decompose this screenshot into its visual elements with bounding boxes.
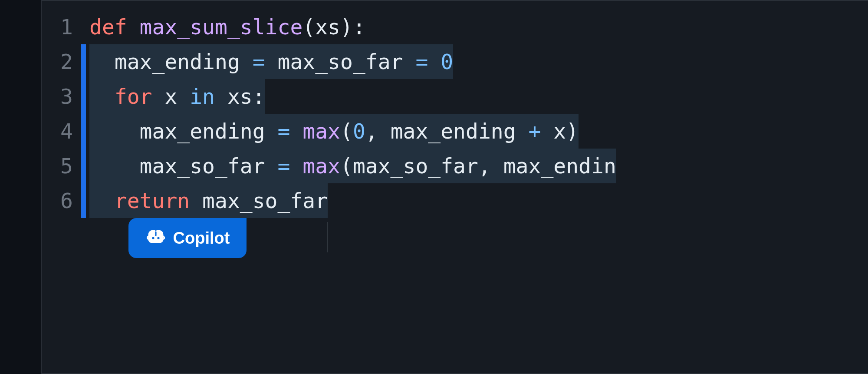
identifier: max_so_far [353, 154, 478, 178]
function-name: max_sum_slice [140, 15, 303, 39]
keyword-def: def [89, 15, 127, 39]
parameter: xs [315, 15, 340, 39]
keyword-for: for [115, 84, 152, 109]
suggestion-highlight: max_ending = max(0, max_ending + x) [89, 114, 579, 149]
change-marker [81, 149, 86, 183]
operator-equals: = [253, 50, 265, 74]
code-line[interactable]: 5 max_so_far = max(max_so_far, max_endin [42, 149, 868, 183]
number-literal: 0 [353, 119, 365, 143]
function-call: max [302, 119, 340, 143]
number-literal: 0 [441, 50, 453, 74]
identifier: x [553, 119, 566, 143]
svg-point-0 [152, 237, 154, 239]
identifier: xs [227, 84, 253, 109]
code-content[interactable]: max_ending = max_so_far = 0 [86, 44, 868, 79]
code-content[interactable]: for x in xs: [86, 79, 868, 114]
code-line[interactable]: 2 max_ending = max_so_far = 0 [42, 44, 868, 79]
change-marker [81, 79, 86, 114]
copilot-icon [145, 226, 166, 251]
vertical-divider [327, 222, 328, 252]
operator-equals: = [277, 154, 290, 178]
identifier: max_so_far [140, 154, 265, 178]
code-content[interactable]: max_ending = max(0, max_ending + x) [86, 114, 868, 149]
suggestion-highlight: max_ending = max_so_far = 0 [89, 44, 453, 79]
line-number: 2 [42, 44, 81, 79]
identifier: max_ending [391, 119, 516, 143]
keyword-return: return [115, 189, 190, 213]
change-marker [81, 44, 86, 79]
identifier: max_so_far [202, 189, 328, 213]
copilot-label: Copilot [173, 229, 230, 248]
suggestion-highlight: max_so_far = max(max_so_far, max_endin [89, 149, 616, 183]
change-marker [81, 183, 86, 218]
change-marker [81, 114, 86, 149]
identifier: max_so_far [278, 50, 403, 74]
code-line[interactable]: 3 for x in xs: [42, 79, 868, 114]
line-number: 4 [42, 114, 81, 149]
identifier: max_endin [503, 154, 616, 178]
code-content[interactable]: max_so_far = max(max_so_far, max_endin [86, 149, 868, 183]
suggestion-highlight: return max_so_far [89, 183, 328, 218]
code-content[interactable]: return max_so_far [86, 183, 868, 218]
code-editor[interactable]: 1 def max_sum_slice(xs): 2 max_ending = … [42, 1, 868, 218]
change-marker [81, 10, 86, 44]
operator-plus: + [529, 119, 541, 143]
identifier: max_ending [115, 50, 240, 74]
operator-equals: = [415, 50, 428, 74]
identifier: max_ending [140, 119, 265, 143]
keyword-in: in [190, 84, 215, 109]
function-call: max [302, 154, 340, 178]
identifier: x [164, 84, 177, 109]
code-line[interactable]: 1 def max_sum_slice(xs): [42, 10, 868, 44]
code-line[interactable]: 4 max_ending = max(0, max_ending + x) [42, 114, 868, 149]
editor-frame: 1 def max_sum_slice(xs): 2 max_ending = … [41, 0, 868, 374]
line-number: 3 [42, 79, 81, 114]
copilot-button[interactable]: Copilot [128, 218, 247, 258]
operator-equals: = [277, 119, 290, 143]
code-content[interactable]: def max_sum_slice(xs): [86, 10, 868, 44]
svg-point-1 [157, 237, 159, 239]
suggestion-highlight: for x in xs: [89, 79, 265, 114]
line-number: 1 [42, 10, 81, 44]
code-line[interactable]: 6 return max_so_far [42, 183, 868, 218]
line-number: 6 [42, 183, 81, 218]
line-number: 5 [42, 149, 81, 183]
